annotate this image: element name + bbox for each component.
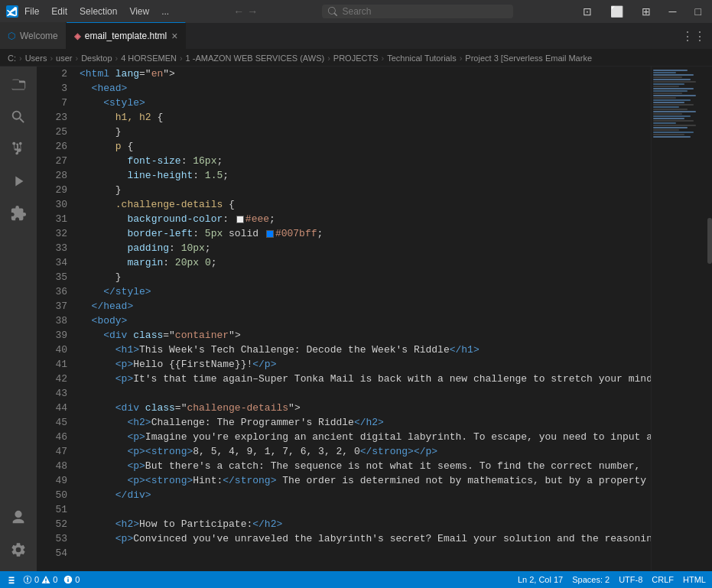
- menu-edit[interactable]: Edit: [51, 6, 67, 17]
- activity-extensions[interactable]: [3, 198, 34, 229]
- split-editor-btn[interactable]: ⊡: [578, 4, 597, 19]
- activity-bottom: [3, 502, 34, 571]
- file-encoding: UTF-8: [619, 575, 642, 584]
- code-line-48: <p> But there's a catch: The sequence is…: [80, 459, 651, 473]
- code-line-43: [80, 386, 651, 401]
- title-bar-left: File Edit Selection View ...: [6, 5, 169, 18]
- breadcrumb-4horsemen[interactable]: 4 HORSEMEN: [121, 54, 177, 63]
- tab-bar: ⬡ Welcome ◈ email_template.html × ⋮⋮: [0, 23, 712, 50]
- activity-account[interactable]: [3, 502, 34, 533]
- breadcrumb-users[interactable]: Users: [25, 54, 47, 63]
- code-line-52: <h2> How to Participate: </h2>: [80, 517, 651, 531]
- activity-run[interactable]: [3, 166, 34, 197]
- nav-back[interactable]: ←: [233, 5, 244, 18]
- breadcrumb-user[interactable]: user: [56, 54, 72, 63]
- minimap-content: [652, 67, 712, 141]
- split-view-btn[interactable]: ⋮⋮: [675, 29, 712, 44]
- status-errors[interactable]: 0 0: [23, 575, 57, 584]
- code-line-25: }: [80, 125, 651, 139]
- menu-view[interactable]: View: [129, 6, 149, 17]
- breadcrumb-aws[interactable]: 1 -AMAZON WEB SERVICES (AWS): [186, 54, 325, 63]
- code-line-27: font-size : 16px ;: [80, 154, 651, 168]
- line-numbers: 2 3 7 23 25 26 27 28 29 30 31 32 33 34 3…: [37, 67, 73, 571]
- code-line-29: }: [80, 183, 651, 197]
- code-line-46: <p> Imagine you're exploring an ancient …: [80, 430, 651, 444]
- nav-forward[interactable]: →: [247, 5, 258, 18]
- tab-welcome[interactable]: ⬡ Welcome: [0, 22, 67, 49]
- code-line-50: </div>: [80, 488, 651, 502]
- tab-email-template[interactable]: ◈ email_template.html ×: [67, 22, 187, 49]
- welcome-tab-icon: ⬡: [8, 31, 15, 41]
- title-bar: File Edit Selection View ... ← → ⊡ ⬜ ⊞ ─…: [0, 0, 712, 23]
- nav-arrows: ← →: [233, 5, 258, 18]
- breadcrumb-projects[interactable]: PROJECTS: [333, 54, 379, 63]
- status-bar: 0 0 0 Ln 2, Col 17 Spaces: 2 UTF-8 CRLF …: [0, 571, 712, 588]
- vscode-logo: [6, 5, 18, 18]
- code-line-47: <p><strong> 8, 5, 4, 9, 1, 7, 6, 3, 2, 0…: [80, 444, 651, 459]
- status-bar-left: 0 0 0: [6, 574, 80, 585]
- minimap-scroll-indicator[interactable]: [707, 218, 712, 264]
- search-input[interactable]: [342, 6, 495, 17]
- indentation: Spaces: 2: [572, 575, 610, 584]
- status-info[interactable]: 0: [63, 575, 80, 584]
- code-line-51: [80, 502, 651, 517]
- info-count: 0: [75, 575, 80, 584]
- status-spaces[interactable]: Spaces: 2: [572, 575, 610, 584]
- code-line-54: [80, 546, 651, 560]
- activity-settings[interactable]: [3, 534, 34, 565]
- status-encoding[interactable]: UTF-8: [619, 575, 642, 584]
- toggle-panel-btn[interactable]: ⬜: [606, 4, 628, 19]
- breadcrumb: C: › Users › user › Desktop › 4 HORSEMEN…: [0, 50, 712, 67]
- activity-source-control[interactable]: [3, 134, 34, 164]
- code-line-49: <p><strong> Hint: </strong> The order is…: [80, 473, 651, 488]
- maximize-btn[interactable]: □: [691, 4, 706, 19]
- code-line-7: <style>: [80, 96, 651, 110]
- status-position[interactable]: Ln 2, Col 17: [518, 575, 563, 584]
- breadcrumb-desktop[interactable]: Desktop: [81, 54, 112, 63]
- code-line-44: <div class =" challenge-details ">: [80, 401, 651, 415]
- status-line-ending[interactable]: CRLF: [652, 575, 674, 584]
- error-icon: [23, 575, 32, 584]
- status-remote[interactable]: [6, 574, 17, 585]
- customize-layout-btn[interactable]: ⊞: [637, 4, 655, 19]
- menu-file[interactable]: File: [24, 6, 39, 17]
- code-line-37: </head>: [80, 299, 651, 313]
- status-language[interactable]: HTML: [683, 575, 706, 584]
- code-line-35: }: [80, 270, 651, 284]
- code-line-2: <html lang =" en ">: [80, 67, 651, 81]
- code-line-32: border-left : 5px solid #007bff ;: [80, 226, 651, 241]
- code-line-42: <p> It's that time again–Super Tonka Mai…: [80, 372, 651, 386]
- code-line-33: padding : 10px ;: [80, 241, 651, 255]
- code-lines: <html lang =" en "> <head> <s: [73, 67, 651, 571]
- code-line-38: <body>: [80, 313, 651, 328]
- code-line-26: p {: [80, 139, 651, 154]
- warning-count: 0: [53, 575, 57, 584]
- code-line-31: background-color : #eee ;: [80, 212, 651, 226]
- editor-area: 2 3 7 23 25 26 27 28 29 30 31 32 33 34 3…: [37, 67, 712, 571]
- breadcrumb-technical-tutorials[interactable]: Technical Tutorials: [387, 54, 457, 63]
- code-line-30: .challenge-details {: [80, 197, 651, 212]
- menu-selection[interactable]: Selection: [80, 6, 117, 17]
- activity-search[interactable]: [3, 102, 34, 132]
- search-icon: [328, 7, 337, 16]
- breadcrumb-project3[interactable]: Project 3 [Serverless Email Marke: [465, 54, 592, 63]
- error-count: 0: [34, 575, 39, 584]
- code-line-40: <h1> This Week's Tech Challenge: Decode …: [80, 343, 651, 357]
- activity-explorer[interactable]: [3, 70, 34, 100]
- code-line-34: margin : 20px 0 ;: [80, 255, 651, 270]
- title-bar-right: ⊡ ⬜ ⊞ ─ □: [578, 4, 706, 19]
- info-icon: [63, 575, 73, 584]
- search-bar[interactable]: [322, 5, 513, 18]
- code-line-39: <div class =" container ">: [80, 328, 651, 343]
- color-swatch-007bff: [266, 230, 274, 238]
- menu-bar: File Edit Selection View ...: [24, 6, 169, 17]
- breadcrumb-c[interactable]: C:: [8, 54, 16, 63]
- line-ending: CRLF: [652, 575, 674, 584]
- menu-more[interactable]: ...: [161, 6, 169, 17]
- warning-icon: [41, 575, 50, 584]
- minimap: [651, 67, 712, 571]
- minimize-btn[interactable]: ─: [665, 4, 681, 19]
- code-content: 2 3 7 23 25 26 27 28 29 30 31 32 33 34 3…: [37, 67, 712, 571]
- code-editor[interactable]: 2 3 7 23 25 26 27 28 29 30 31 32 33 34 3…: [37, 67, 712, 571]
- tab-close-btn[interactable]: ×: [171, 30, 177, 42]
